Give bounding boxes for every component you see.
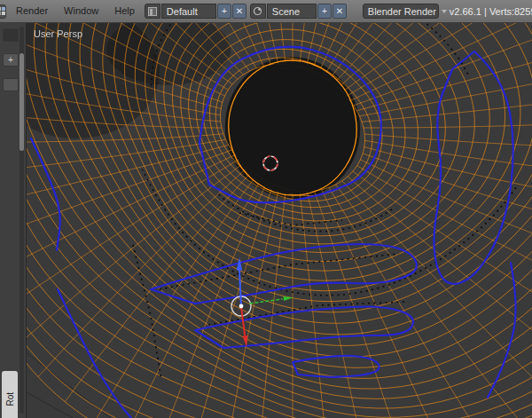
stats-text: v2.66.1 | Verts:8259/8 — [446, 6, 532, 17]
viewport-canvas[interactable] — [27, 23, 532, 418]
scene-icon — [253, 6, 262, 16]
operator-panel-label: Rot — [5, 392, 15, 406]
menu-render[interactable]: Render — [10, 0, 54, 22]
tool-shelf: + Rot — [0, 23, 27, 418]
scene-value: Scene — [272, 6, 300, 17]
menu-help[interactable]: Help — [108, 0, 141, 22]
toolshelf-collapse-button[interactable] — [3, 28, 19, 42]
toolshelf-tool-button[interactable] — [3, 78, 19, 91]
top-header: Render Window Help Default + ✕ Scene + ✕ — [0, 0, 532, 23]
layout-browse-icon[interactable] — [145, 4, 160, 19]
layout-add-button[interactable]: + — [217, 4, 231, 19]
scene-remove-button[interactable]: ✕ — [332, 4, 347, 19]
render-engine-select[interactable]: Blender Render — [363, 4, 439, 19]
editor-type-icon[interactable] — [0, 4, 6, 19]
scene-selector: Scene + ✕ — [250, 4, 347, 19]
layout-field[interactable]: Default — [161, 4, 216, 19]
scene-add-button[interactable]: + — [317, 4, 332, 19]
toolshelf-add-button[interactable]: + — [3, 53, 19, 67]
layout-remove-button[interactable]: ✕ — [232, 4, 246, 19]
engine-value: Blender Render — [368, 6, 436, 17]
toolshelf-scroll-thumb[interactable] — [20, 53, 24, 151]
blender-window: Render Window Help Default + ✕ Scene + ✕ — [0, 0, 532, 418]
scene-field[interactable]: Scene — [267, 4, 317, 19]
operator-panel-tab[interactable]: Rot — [2, 371, 18, 418]
menu-window[interactable]: Window — [58, 0, 105, 22]
scene-browse-icon[interactable] — [250, 4, 266, 19]
layout-value: Default — [167, 6, 198, 17]
viewport-3d: User Persp — [27, 23, 532, 418]
screen-layout-selector: Default + ✕ — [145, 4, 246, 19]
view-mode-label: User Persp — [34, 28, 82, 39]
